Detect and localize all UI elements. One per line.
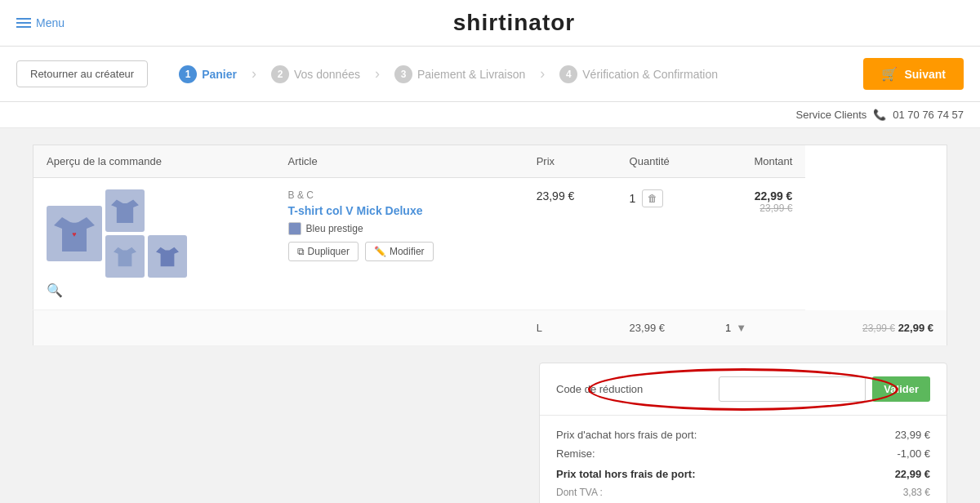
total-label: Prix total hors frais de port: [556,468,695,480]
service-bar: Service Clients 📞 01 70 76 74 57 [0,102,980,128]
size-qty: 1 ▼ [725,322,792,334]
suivant-button-top[interactable]: 🛒 Suivant [863,58,964,90]
shirt-svg-4 [156,243,179,270]
coupon-label: Code de réduction [556,383,712,395]
product-price-cell: 23,99 € [523,178,617,310]
product-color: Bleu prestige [288,222,510,235]
size-label-cell [275,310,523,346]
logo: shirtinator [65,10,964,36]
product-brand: B & C [288,189,510,201]
summary-section: Code de réduction Valider Prix d'achat h… [33,363,947,503]
step-4-verification[interactable]: 4 Vérification & Confirmation [545,65,733,83]
step-3-paiement[interactable]: 3 Paiement & Livraison [380,65,540,83]
remise-value: -1,00 € [898,447,930,460]
product-images-cell: ♥ [33,178,275,310]
product-amount-cell: 22,99 € 23,99 € [712,178,805,310]
remise-row: Remise: -1,00 € [556,447,930,460]
service-label: Service Clients [796,109,867,121]
size-amount-cell: 23,99 € 22,99 € [805,310,947,346]
step-3-num: 3 [394,65,412,83]
size-price-cell: 23,99 € [617,310,712,346]
product-name: T-shirt col V Mick Deluxe [288,204,510,217]
service-phone: 01 70 76 74 57 [893,109,964,121]
col-prix: Prix [523,145,617,178]
top-bar: Menu shirtinator [0,0,980,47]
step-1-num: 1 [179,65,197,83]
menu-label: Menu [36,16,65,29]
product-images: ♥ [47,189,262,298]
size-old-price: 23,99 € [862,323,895,334]
tva-label: Dont TVA : [556,487,603,498]
col-quantite: Quantité [617,145,712,178]
color-label: Bleu prestige [306,223,363,234]
step-1-label: Panier [202,68,237,81]
order-table: Aperçu de la commande Article Prix Quant… [33,145,947,346]
size-qty-value: 1 [725,322,731,334]
modify-label: Modifier [390,246,425,257]
shirt-left-img [105,235,145,278]
color-swatch [288,222,301,235]
back-to-creator-button[interactable]: Retourner au créateur [16,60,148,87]
remise-label: Remise: [556,447,595,460]
phone-icon: 📞 [873,109,886,121]
table-row: ♥ [33,178,947,310]
amount-original: 23,99 € [725,203,792,214]
step-2-vos-donnees[interactable]: 2 Vos données [256,65,375,83]
shirt-svg-2 [111,195,139,226]
qty-dropdown-icon[interactable]: ▼ [736,322,746,334]
tva-row: Dont TVA : 3,83 € [556,487,930,498]
step-1-panier[interactable]: 1 Panier [164,65,252,83]
action-buttons: ⧉ Dupliquer ✏️ Modifier [288,242,510,261]
hamburger-icon [16,18,31,28]
modify-button[interactable]: ✏️ Modifier [365,242,434,261]
menu-button[interactable]: Menu [16,16,65,29]
step-3-label: Paiement & Livraison [417,68,525,81]
shirt-svg-1: ♥ [54,211,95,256]
table-row-size: L 23,99 € 1 ▼ 23,99 € 22,99 € [33,310,947,346]
product-info-cell: B & C T-shirt col V Mick Deluxe Bleu pre… [275,178,523,310]
price-row: Prix d'achat hors frais de port: 23,99 € [556,429,930,441]
step-nav: Retourner au créateur 1 Panier › 2 Vos d… [0,47,980,102]
col-article: Article [275,145,523,178]
summary-details: Prix d'achat hors frais de port: 23,99 €… [540,416,947,503]
duplicate-button[interactable]: ⧉ Dupliquer [288,242,359,261]
quantity-cell: 1 🗑 [630,189,699,207]
shirt-right-img [148,235,187,278]
tva-value: 3,83 € [903,487,930,498]
shirt-main-img: ♥ [47,206,102,261]
duplicate-label: Dupliquer [308,246,350,257]
valider-button[interactable]: Valider [872,376,930,402]
coupon-row: Code de réduction Valider [540,363,947,416]
main-content: Aperçu de la commande Article Prix Quant… [16,145,964,503]
step-2-num: 2 [271,65,289,83]
amount-main: 22,99 € [725,189,792,203]
zoom-icon[interactable]: 🔍 [47,283,63,298]
price-label: Prix d'achat hors frais de port: [556,429,697,441]
steps: 1 Panier › 2 Vos données › 3 Paiement & … [164,65,863,83]
suivant-label-top: Suivant [904,68,946,81]
cart-icon-top: 🛒 [881,66,898,82]
size-new-price: 22,99 € [898,322,933,334]
logo-text: shirtinator [453,10,575,35]
quantity-value: 1 [630,192,636,205]
size-qty-cell: 1 ▼ [712,310,805,346]
total-value: 22,99 € [895,468,930,480]
col-apercu: Aperçu de la commande [33,145,275,178]
size-empty-cell [33,310,275,346]
duplicate-icon: ⧉ [297,246,305,257]
coupon-input[interactable] [719,376,866,402]
summary-box: Code de réduction Valider Prix d'achat h… [539,363,947,503]
step-4-num: 4 [559,65,577,83]
svg-text:♥: ♥ [72,230,76,238]
total-row: Prix total hors frais de port: 22,99 € [556,468,930,480]
col-montant: Montant [712,145,805,178]
shirt-svg-3 [114,243,136,270]
product-quantity-cell: 1 🗑 [617,178,712,310]
step-4-label: Vérification & Confirmation [582,68,718,81]
modify-icon: ✏️ [374,246,386,257]
step-2-label: Vos données [294,68,360,81]
delete-button[interactable]: 🗑 [642,189,663,207]
shirt-back-img [105,189,145,232]
price-value: 23,99 € [895,429,930,441]
size-cell: L [523,310,617,346]
